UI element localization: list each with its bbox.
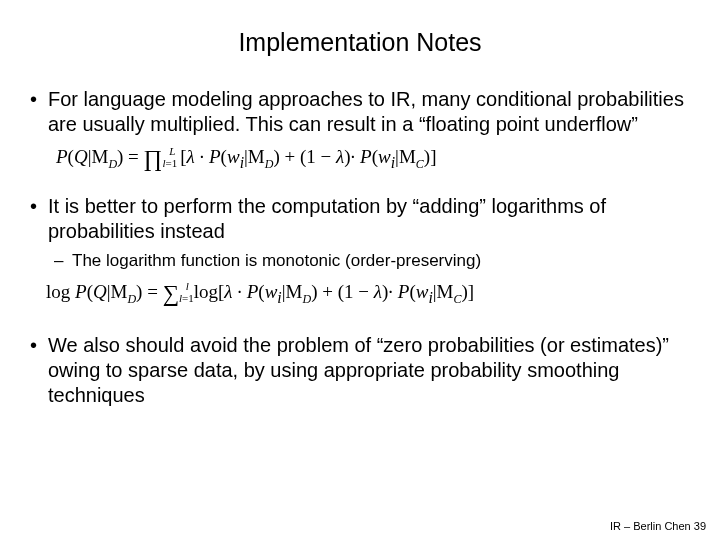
sub-bullet-1: The logarithm function is monotonic (ord…: [72, 250, 700, 272]
equation-1: P(Q|MD) = ∏l=1L [λ · P(wi|MD) + (1 − λ)·…: [56, 145, 700, 172]
slide: Implementation Notes For language modeli…: [0, 0, 720, 540]
bullet-1: For language modeling approaches to IR, …: [48, 87, 700, 137]
bullet-list-2: It is better to perform the computation …: [20, 194, 700, 272]
bullet-list-3: We also should avoid the problem of “zer…: [20, 333, 700, 408]
equation-2: log P(Q|MD) = ∑l=1l log[λ · P(wi|MD) + (…: [46, 280, 700, 307]
sub-bullet-list: The logarithm function is monotonic (ord…: [48, 250, 700, 272]
bullet-3: We also should avoid the problem of “zer…: [48, 333, 700, 408]
page-title: Implementation Notes: [20, 28, 700, 57]
bullet-list: For language modeling approaches to IR, …: [20, 87, 700, 137]
bullet-2: It is better to perform the computation …: [48, 194, 700, 272]
footer-text: IR – Berlin Chen 39: [610, 520, 706, 532]
bullet-2-text: It is better to perform the computation …: [48, 195, 606, 242]
